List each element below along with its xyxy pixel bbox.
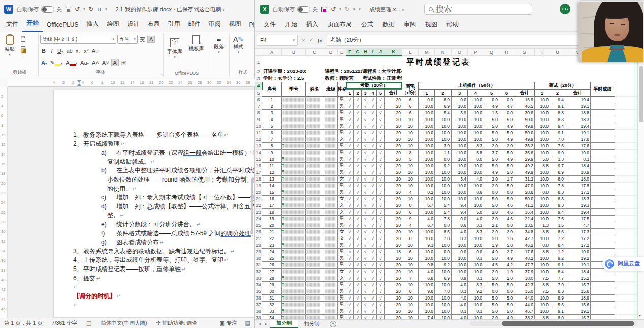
row-header-25[interactable]: 25 [255,222,262,229]
test2-cell[interactable]: 7.7 [550,275,565,282]
test-sum-cell[interactable]: 16.7 [565,315,591,320]
test-sum-cell[interactable]: 17.2 [565,242,591,249]
computer-score-cell[interactable]: 10.0 [468,202,484,209]
student-id-blurred[interactable] [282,202,306,209]
performance-cell[interactable]: 10 [402,269,419,275]
test-sum-cell[interactable]: 15.2 [565,275,591,282]
attendance-sum-cell[interactable]: 20 [385,262,402,269]
class-blurred[interactable] [324,183,338,189]
attendance-check-cell[interactable]: √ [377,196,385,202]
col-header-A[interactable]: A [262,49,282,56]
student-name-blurred[interactable] [306,116,324,123]
seq-cell[interactable]: 18 [262,209,282,216]
attendance-check-cell[interactable]: √ [362,295,369,302]
document-text[interactable]: 1、教务系统下载导入表格——多讲台多个表格——名单↵2、开启成绩整理↵a)在平时… [54,131,254,310]
computer-score-cell[interactable]: 8.3 [452,288,468,295]
computer-sum-cell[interactable]: 49.9 [514,123,535,130]
student-name-blurred[interactable] [306,288,324,295]
attendance-check-cell[interactable]: √ [377,176,385,183]
attendance-check-cell[interactable]: √ [369,269,377,275]
computer-sum-cell[interactable]: 46.7 [514,308,535,315]
col-header-B[interactable]: B [282,49,306,56]
gender-cell[interactable]: 男 [338,255,346,262]
quick-access-chevron-icon[interactable]: ▾ [359,7,361,11]
computer-score-cell[interactable]: 10.0 [419,235,435,242]
test1-cell[interactable]: 10.0 [535,143,550,150]
student-id-blurred[interactable] [282,196,306,202]
italic-button[interactable]: I [48,47,55,54]
computer-score-cell[interactable]: 6.8 [419,275,435,282]
computer-score-cell[interactable]: 10.0 [468,262,484,269]
computer-score-cell[interactable]: 10.0 [419,169,435,176]
computer-score-cell[interactable]: 4.9 [499,156,514,163]
seq-cell[interactable]: 10 [262,156,282,163]
student-id-blurred[interactable] [282,183,306,189]
computer-score-cell[interactable]: 8.6 [468,189,484,196]
student-name-blurred[interactable] [306,150,324,156]
student-id-blurred[interactable] [282,123,306,130]
add-sheet-button[interactable]: + [330,321,336,327]
computer-score-cell[interactable]: 8.3 [468,282,484,288]
test2-cell[interactable]: 8.3 [550,288,565,295]
computer-score-cell[interactable]: 2.1 [484,222,499,229]
computer-score-cell[interactable]: 4.6 [499,202,514,209]
student-name-blurred[interactable] [306,110,324,116]
total-score-cell[interactable] [591,169,615,176]
tab-OfficePLUS[interactable]: OfficePLUS [43,19,82,32]
computer-score-cell[interactable]: 10.0 [452,255,468,262]
attendance-check-cell[interactable]: √ [377,235,385,242]
student-name-blurred[interactable] [306,255,324,262]
computer-score-cell[interactable]: 4.9 [499,123,514,130]
undo-chevron-icon[interactable]: ▾ [339,7,341,11]
attendance-check-cell[interactable]: √ [354,116,362,123]
gender-cell[interactable]: 男 [338,315,346,320]
computer-score-cell[interactable]: 10.0 [435,269,452,275]
class-blurred[interactable] [324,130,338,136]
class-blurred[interactable] [324,156,338,163]
seq-cell[interactable]: 30 [262,288,282,295]
computer-sum-cell[interactable]: 34.8 [514,229,535,235]
computer-score-cell[interactable]: 6.7 [419,202,435,209]
computer-score-cell[interactable]: 4.9 [499,255,514,262]
attendance-check-cell[interactable]: √ [362,156,369,163]
test1-cell[interactable]: 10.0 [535,183,550,189]
test1-cell[interactable]: 8.8 [535,229,550,235]
attendance-sum-cell[interactable]: 20 [385,275,402,282]
col-header-E[interactable]: E [338,49,346,56]
performance-cell[interactable]: 4 [402,189,419,196]
attendance-sum-cell[interactable]: 20 [385,169,402,176]
row-header-34[interactable]: 34 [255,282,262,288]
computer-score-cell[interactable]: 10.0 [468,130,484,136]
computer-score-cell[interactable]: 4.0 [452,302,468,308]
test1-cell[interactable]: 10.0 [535,295,550,302]
gender-cell[interactable]: 男 [338,150,346,156]
account-avatar[interactable]: LG [560,4,570,14]
computer-score-cell[interactable]: 7.8 [435,216,452,222]
attendance-check-cell[interactable]: √ [377,156,385,163]
attendance-check-cell[interactable]: √ [362,235,369,242]
seq-cell[interactable]: 13 [262,176,282,183]
row-header-11[interactable]: 11 [255,130,262,136]
computer-score-cell[interactable]: 4.9 [499,315,514,320]
class-blurred[interactable] [324,189,338,196]
computer-score-cell[interactable]: 5.4 [435,110,452,116]
computer-score-cell[interactable]: 10.0 [419,150,435,156]
attendance-check-cell[interactable]: √ [369,288,377,295]
computer-score-cell[interactable]: 5.0 [484,196,499,202]
attendance-check-cell[interactable]: √ [369,229,377,235]
template-library-button[interactable]: 模板库 [186,34,206,53]
row-header-21[interactable]: 21 [255,196,262,202]
total-header[interactable]: 平时成绩 [591,82,615,97]
total-score-cell[interactable] [591,249,615,255]
attendance-check-cell[interactable]: √ [369,136,377,143]
computer-score-cell[interactable]: 10.0 [435,302,452,308]
class-blurred[interactable] [324,308,338,315]
computer-score-cell[interactable]: 4.6 [499,216,514,222]
attendance-check-cell[interactable]: √ [377,169,385,176]
tab-数据[interactable]: 数据 [378,18,399,31]
student-name-blurred[interactable] [306,103,324,110]
underline-button[interactable]: U▾ [56,47,64,54]
test-sum-cell[interactable]: 17.6 [565,143,591,150]
computer-score-cell[interactable]: 6.7 [419,222,435,229]
attendance-sum-cell[interactable]: 20 [385,282,402,288]
